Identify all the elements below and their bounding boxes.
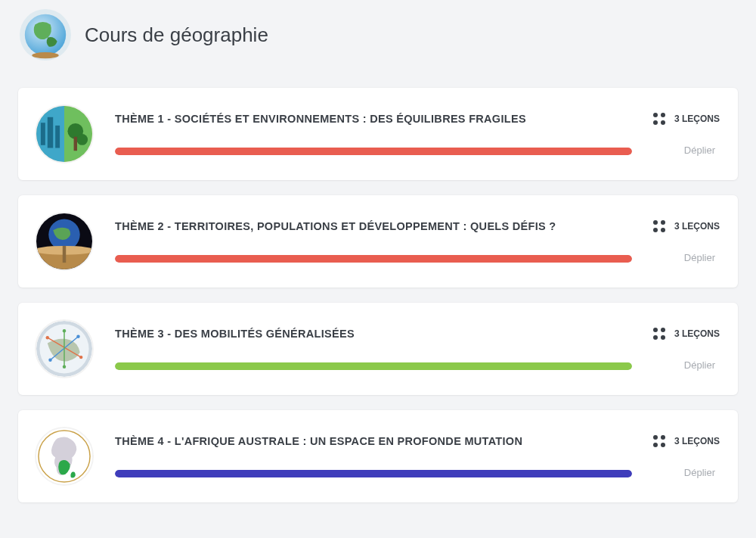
theme-thumbnail [35,104,94,163]
course-avatar [20,9,71,61]
africa-icon [36,428,92,484]
progress-bar [115,148,632,155]
theme-main: THÈME 1 - SOCIÉTÉS ET ENVIRONNEMENTS : D… [115,113,632,155]
lessons-label: 3 LEÇONS [674,328,720,339]
lessons-count: 3 LEÇONS [653,328,720,340]
lessons-label: 3 LEÇONS [674,436,720,446]
expand-button[interactable]: Déplier [684,467,717,478]
svg-rect-7 [55,126,60,148]
svg-point-24 [48,359,51,362]
lessons-count: 3 LEÇONS [653,435,720,447]
city-nature-icon [36,106,92,162]
theme-card[interactable]: THÈME 4 - L'AFRIQUE AUSTRALE : UN ESPACE… [18,410,738,502]
theme-title: THÈME 2 - TERRITOIRES, POPULATIONS ET DÉ… [115,220,632,232]
svg-rect-16 [63,246,66,263]
expand-button[interactable]: Déplier [684,145,717,156]
theme-side: 3 LEÇONS Déplier [653,435,717,478]
progress-fill [115,362,632,370]
theme-card[interactable]: THÈME 1 - SOCIÉTÉS ET ENVIRONNEMENTS : D… [18,88,738,180]
theme-thumbnail [35,427,94,486]
globe-icon [20,9,71,61]
progress-fill [115,255,632,263]
lessons-count: 3 LEÇONS [653,113,720,125]
grid-icon [653,435,665,447]
theme-card[interactable]: THÈME 3 - DES MOBILITÉS GÉNÉRALISÉES 3 L… [18,303,738,395]
svg-point-26 [63,329,66,332]
lessons-label: 3 LEÇONS [674,114,720,124]
lessons-count: 3 LEÇONS [653,220,720,232]
world-network-icon [36,321,92,377]
theme-thumbnail [35,319,94,378]
grid-icon [653,113,665,125]
grid-icon [653,220,665,232]
theme-card[interactable]: THÈME 2 - TERRITOIRES, POPULATIONS ET DÉ… [18,195,738,288]
planet-horizon-icon [36,213,92,269]
svg-point-2 [32,52,58,58]
theme-title: THÈME 1 - SOCIÉTÉS ET ENVIRONNEMENTS : D… [115,113,632,125]
theme-side: 3 LEÇONS Déplier [653,220,717,263]
theme-thumbnail [35,212,94,271]
svg-point-22 [46,336,49,339]
theme-main: THÈME 4 - L'AFRIQUE AUSTRALE : UN ESPACE… [115,435,632,477]
theme-side: 3 LEÇONS Déplier [653,328,717,371]
svg-point-10 [76,134,88,145]
course-title: Cours de géographie [85,23,268,47]
course-header: Cours de géographie [18,9,738,61]
theme-side: 3 LEÇONS Déplier [653,113,717,156]
theme-main: THÈME 2 - TERRITOIRES, POPULATIONS ET DÉ… [115,220,632,263]
progress-bar [115,470,632,477]
progress-fill [115,470,632,477]
svg-point-27 [63,365,66,368]
progress-bar [115,255,632,263]
lessons-label: 3 LEÇONS [674,221,720,232]
theme-main: THÈME 3 - DES MOBILITÉS GÉNÉRALISÉES [115,328,632,370]
theme-title: THÈME 4 - L'AFRIQUE AUSTRALE : UN ESPACE… [115,435,632,447]
svg-point-23 [79,356,82,359]
svg-rect-5 [41,123,45,145]
grid-icon [653,328,665,340]
svg-point-25 [76,335,79,338]
progress-bar [115,362,632,370]
theme-title: THÈME 3 - DES MOBILITÉS GÉNÉRALISÉES [115,328,632,340]
expand-button[interactable]: Déplier [684,252,717,263]
progress-fill [115,148,632,155]
svg-rect-6 [48,117,53,148]
svg-rect-11 [74,137,77,151]
expand-button[interactable]: Déplier [684,359,717,371]
